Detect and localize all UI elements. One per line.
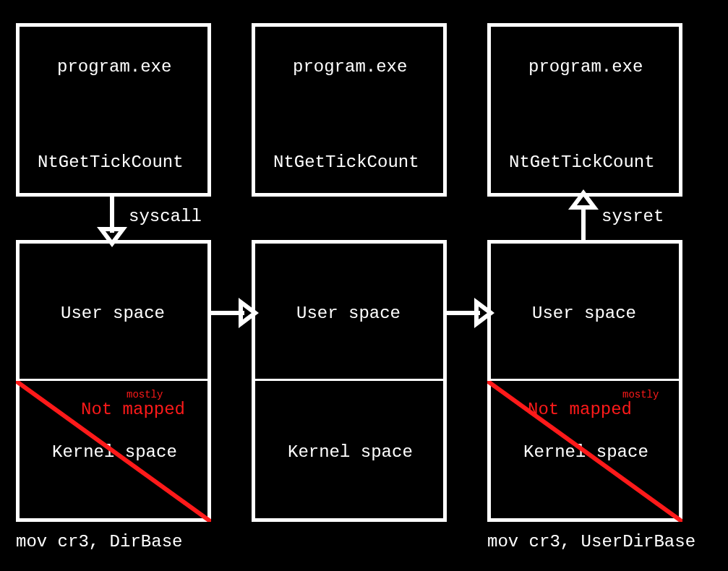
- api-label-col3: NtGetTickCount: [509, 153, 655, 172]
- not-mapped-col1: Not mapped: [81, 400, 185, 419]
- kernel-space-col2: Kernel space: [288, 442, 413, 462]
- mostly-col1: mostly: [127, 389, 163, 400]
- sysret-label: sysret: [601, 207, 664, 226]
- user-space-col1: User space: [61, 304, 165, 323]
- kernel-space-col3: Kernel space: [523, 442, 648, 462]
- program-label-col2: program.exe: [293, 57, 407, 77]
- user-space-col3: User space: [532, 304, 636, 323]
- program-label-col3: program.exe: [528, 57, 643, 77]
- api-label-col1: NtGetTickCount: [38, 153, 184, 172]
- arrow-up-sysret: [565, 189, 601, 243]
- syscall-label: syscall: [129, 207, 202, 226]
- mostly-col3: mostly: [622, 389, 659, 400]
- api-label-col2: NtGetTickCount: [273, 153, 419, 172]
- user-space-col2: User space: [296, 304, 401, 323]
- caption-right: mov cr3, UserDirBase: [487, 532, 695, 551]
- not-mapped-col3: Not mapped: [528, 400, 632, 419]
- caption-left: mov cr3, DirBase: [16, 532, 182, 551]
- kernel-space-col1: Kernel space: [52, 442, 177, 462]
- program-label-col1: program.exe: [57, 57, 171, 77]
